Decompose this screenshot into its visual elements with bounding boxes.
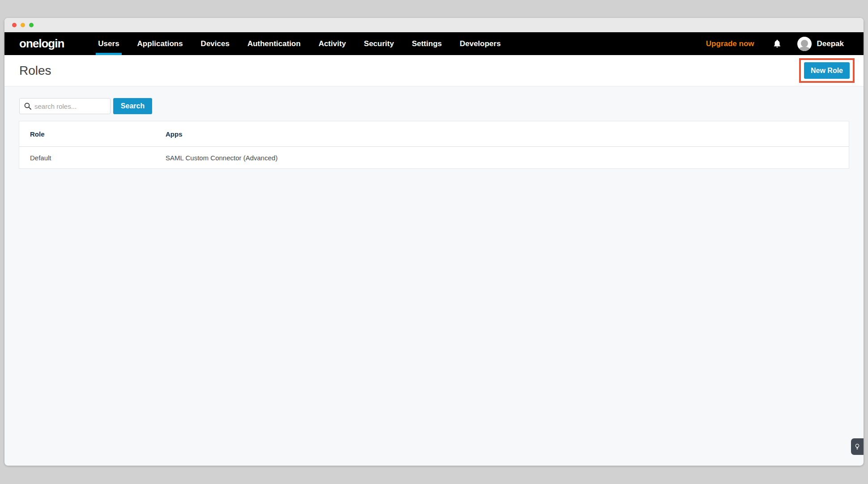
column-header-role: Role — [19, 130, 166, 138]
search-roles-input[interactable] — [19, 98, 111, 114]
top-navbar: onelogin Users Applications Devices Auth… — [4, 32, 864, 55]
annotation-highlight-box: New Role — [799, 58, 855, 83]
nav-item-devices[interactable]: Devices — [192, 32, 238, 55]
nav-item-applications[interactable]: Applications — [128, 32, 192, 55]
nav-item-activity[interactable]: Activity — [310, 32, 355, 55]
user-avatar[interactable] — [797, 37, 812, 51]
upgrade-now-link[interactable]: Upgrade now — [706, 39, 754, 48]
nav-items: Users Applications Devices Authenticatio… — [89, 32, 510, 55]
nav-item-authentication[interactable]: Authentication — [238, 32, 310, 55]
nav-item-users[interactable]: Users — [89, 32, 128, 55]
avatar-silhouette-body — [798, 47, 811, 51]
bell-icon[interactable] — [772, 39, 782, 49]
window-maximize-button[interactable] — [29, 23, 34, 27]
avatar-silhouette-head — [801, 40, 808, 47]
help-widget-button[interactable] — [851, 438, 864, 455]
page-title: Roles — [19, 64, 51, 78]
nav-item-developers[interactable]: Developers — [451, 32, 510, 55]
search-row: Search — [19, 98, 849, 114]
window-titlebar — [4, 18, 864, 32]
search-input-wrap — [19, 98, 111, 114]
roles-table: Role Apps Default SAML Custom Connector … — [19, 121, 849, 169]
user-name[interactable]: Deepak — [817, 39, 844, 48]
table-row[interactable]: Default SAML Custom Connector (Advanced) — [19, 146, 849, 168]
nav-item-security[interactable]: Security — [355, 32, 403, 55]
navbar-right: Upgrade now Deepak — [706, 37, 844, 51]
page-header: Roles New Role — [4, 55, 864, 86]
lightbulb-icon — [855, 443, 860, 450]
window-minimize-button[interactable] — [21, 23, 25, 27]
onelogin-logo[interactable]: onelogin — [19, 37, 64, 51]
window-close-button[interactable] — [12, 23, 17, 27]
search-button[interactable]: Search — [113, 98, 152, 114]
content-area: Search Role Apps Default SAML Custom Con… — [4, 86, 864, 169]
nav-item-settings[interactable]: Settings — [403, 32, 451, 55]
apps-cell: SAML Custom Connector (Advanced) — [166, 154, 849, 162]
role-cell: Default — [19, 154, 166, 162]
table-header-row: Role Apps — [19, 121, 849, 146]
browser-window: onelogin Users Applications Devices Auth… — [4, 18, 864, 466]
new-role-button[interactable]: New Role — [804, 62, 850, 79]
column-header-apps: Apps — [166, 130, 849, 138]
